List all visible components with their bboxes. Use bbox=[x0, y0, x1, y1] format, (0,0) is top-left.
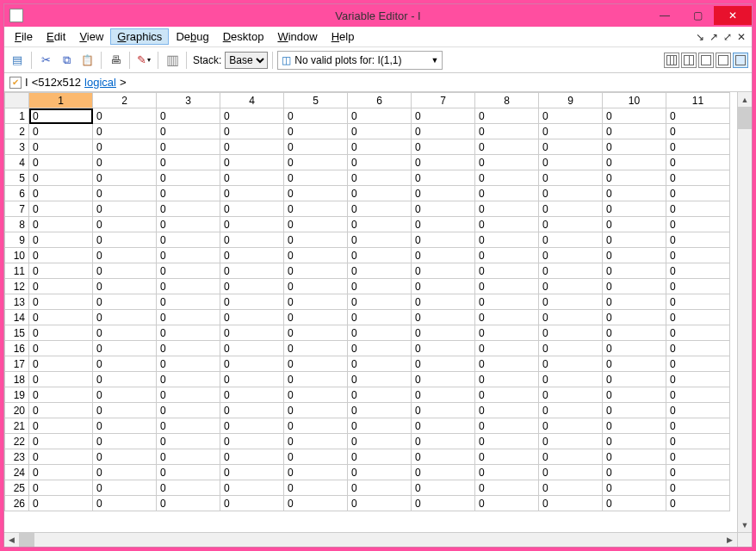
scroll-down-icon[interactable]: ▼ bbox=[738, 517, 752, 532]
cell[interactable]: 0 bbox=[603, 325, 666, 341]
cell[interactable]: 0 bbox=[348, 248, 412, 263]
cell[interactable]: 0 bbox=[29, 496, 93, 511]
menu-view[interactable]: View bbox=[72, 28, 110, 45]
cell[interactable]: 0 bbox=[412, 496, 475, 511]
col-header[interactable]: 3 bbox=[157, 93, 220, 108]
cell[interactable]: 0 bbox=[603, 294, 666, 310]
cell[interactable]: 0 bbox=[29, 279, 93, 294]
cell[interactable]: 0 bbox=[220, 170, 284, 186]
cell[interactable]: 0 bbox=[284, 139, 348, 155]
cell[interactable]: 0 bbox=[93, 310, 157, 325]
cell[interactable]: 0 bbox=[284, 294, 348, 310]
cell[interactable]: 0 bbox=[539, 325, 603, 341]
vertical-scrollbar[interactable]: ▲ ▼ bbox=[737, 92, 752, 532]
cell[interactable]: 0 bbox=[603, 232, 666, 248]
cell[interactable]: 0 bbox=[220, 294, 284, 310]
cell[interactable]: 0 bbox=[157, 387, 220, 403]
cell[interactable]: 0 bbox=[220, 217, 284, 232]
cell[interactable]: 0 bbox=[29, 418, 93, 434]
cell[interactable]: 0 bbox=[220, 310, 284, 325]
cell[interactable]: 0 bbox=[284, 434, 348, 449]
scroll-left-icon[interactable]: ◀ bbox=[4, 533, 19, 547]
maximize-button[interactable]: ▢ bbox=[681, 6, 714, 25]
cell[interactable]: 0 bbox=[539, 139, 603, 155]
cell[interactable]: 0 bbox=[220, 155, 284, 170]
cell[interactable]: 0 bbox=[666, 155, 730, 170]
row-header[interactable]: 7 bbox=[5, 201, 29, 217]
cell[interactable]: 0 bbox=[157, 248, 220, 263]
cell[interactable]: 0 bbox=[157, 201, 220, 217]
cell[interactable]: 0 bbox=[666, 465, 730, 480]
col-header[interactable]: 8 bbox=[475, 93, 539, 108]
cell[interactable]: 0 bbox=[284, 248, 348, 263]
cell[interactable]: 0 bbox=[29, 217, 93, 232]
cell[interactable]: 0 bbox=[220, 186, 284, 201]
cell[interactable]: 0 bbox=[666, 186, 730, 201]
row-header[interactable]: 1 bbox=[5, 108, 29, 124]
scroll-right-icon[interactable]: ▶ bbox=[722, 533, 737, 547]
horizontal-scrollbar[interactable]: ◀ ▶ bbox=[4, 532, 737, 547]
cell[interactable]: 0 bbox=[539, 294, 603, 310]
cell[interactable]: 0 bbox=[220, 279, 284, 294]
menu-debug[interactable]: Debug bbox=[169, 28, 215, 45]
cell[interactable]: 0 bbox=[157, 465, 220, 480]
cell[interactable]: 0 bbox=[348, 387, 412, 403]
cell[interactable]: 0 bbox=[475, 496, 539, 511]
cell[interactable]: 0 bbox=[603, 124, 666, 139]
new-variable-button[interactable] bbox=[8, 51, 27, 70]
row-header[interactable]: 17 bbox=[5, 356, 29, 372]
row-header[interactable]: 10 bbox=[5, 248, 29, 263]
cell[interactable]: 0 bbox=[603, 186, 666, 201]
cell[interactable]: 0 bbox=[348, 155, 412, 170]
cell[interactable]: 0 bbox=[29, 403, 93, 418]
col-header[interactable]: 6 bbox=[348, 93, 412, 108]
cell[interactable]: 0 bbox=[412, 124, 475, 139]
cell[interactable]: 0 bbox=[539, 387, 603, 403]
cell[interactable]: 0 bbox=[475, 155, 539, 170]
cell[interactable]: 0 bbox=[29, 449, 93, 465]
cell[interactable]: 0 bbox=[666, 325, 730, 341]
cell[interactable]: 0 bbox=[539, 232, 603, 248]
row-header[interactable]: 25 bbox=[5, 480, 29, 496]
cell[interactable]: 0 bbox=[284, 155, 348, 170]
cell[interactable]: 0 bbox=[603, 310, 666, 325]
cell[interactable]: 0 bbox=[539, 170, 603, 186]
cell[interactable]: 0 bbox=[29, 480, 93, 496]
cell[interactable]: 0 bbox=[475, 201, 539, 217]
cell[interactable]: 0 bbox=[412, 263, 475, 279]
cut-button[interactable] bbox=[36, 51, 55, 70]
layout-max-button[interactable] bbox=[733, 53, 748, 68]
cell[interactable]: 0 bbox=[666, 434, 730, 449]
row-header[interactable]: 2 bbox=[5, 124, 29, 139]
cell[interactable]: 0 bbox=[412, 232, 475, 248]
cell[interactable]: 0 bbox=[475, 356, 539, 372]
cell[interactable]: 0 bbox=[666, 294, 730, 310]
cell[interactable]: 0 bbox=[93, 387, 157, 403]
cell[interactable]: 0 bbox=[475, 449, 539, 465]
cell[interactable]: 0 bbox=[666, 263, 730, 279]
cell[interactable]: 0 bbox=[93, 217, 157, 232]
cell[interactable]: 0 bbox=[666, 248, 730, 263]
cell[interactable]: 0 bbox=[93, 155, 157, 170]
cell[interactable]: 0 bbox=[412, 465, 475, 480]
cell[interactable]: 0 bbox=[603, 341, 666, 356]
cell[interactable]: 0 bbox=[539, 496, 603, 511]
cell[interactable]: 0 bbox=[220, 263, 284, 279]
row-header[interactable]: 5 bbox=[5, 170, 29, 186]
cell[interactable]: 0 bbox=[475, 403, 539, 418]
cell[interactable]: 0 bbox=[348, 418, 412, 434]
row-header[interactable]: 15 bbox=[5, 325, 29, 341]
cell[interactable]: 0 bbox=[348, 465, 412, 480]
row-header[interactable]: 12 bbox=[5, 279, 29, 294]
cell[interactable]: 0 bbox=[29, 263, 93, 279]
cell[interactable]: 0 bbox=[220, 496, 284, 511]
menu-desktop[interactable]: Desktop bbox=[216, 28, 271, 45]
cell[interactable]: 0 bbox=[157, 279, 220, 294]
col-header[interactable]: 5 bbox=[284, 93, 348, 108]
cell[interactable]: 0 bbox=[539, 279, 603, 294]
cell[interactable]: 0 bbox=[284, 403, 348, 418]
col-header[interactable]: 11 bbox=[666, 93, 730, 108]
cell[interactable]: 0 bbox=[666, 310, 730, 325]
menu-window[interactable]: Window bbox=[270, 28, 324, 45]
cell[interactable]: 0 bbox=[539, 356, 603, 372]
